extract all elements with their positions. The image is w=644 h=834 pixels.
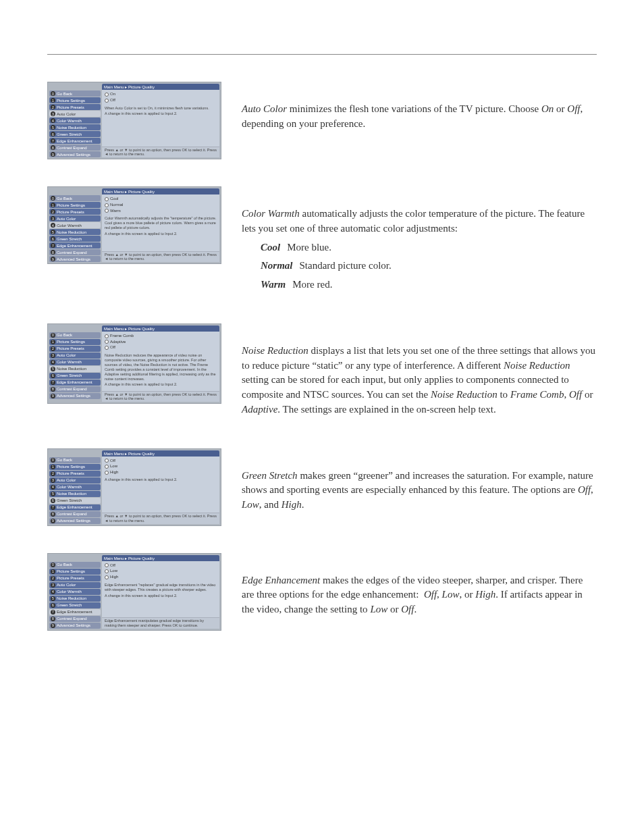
sidebar-item[interactable]: 5Noise Reduction [49,596,101,602]
sidebar-item[interactable]: 8Contrast Expand [49,511,101,517]
detail-panel: Main Menu ▸ Picture QualityOffLowHighA c… [102,450,219,524]
sidebar-item[interactable]: 0Go Back [49,90,101,97]
description-text: Green Stretch makes green “greener” and … [242,469,597,513]
sidebar-item[interactable]: 9Advanced Settings [49,256,101,262]
sidebar-item-label: Green Stretch [57,132,82,136]
sidebar-item[interactable]: 7Edge Enhancement [49,242,101,249]
sidebar-item[interactable]: 0Go Back [49,332,101,338]
definition-item: NormalStandard picture color. [261,259,597,273]
panel-note: Noise Reduction reduces the appearance o… [105,353,217,381]
sidebar-item[interactable]: 7Edge Enhancement [49,380,101,386]
sidebar-item[interactable]: 6Green Stretch [49,602,101,608]
sidebar-item[interactable]: 4Color Warmth [49,359,101,365]
description: Color Warmth automatically adjusts the c… [242,186,597,296]
sidebar-item[interactable]: 3Auto Color [49,111,101,117]
option-row[interactable]: Warm [105,209,217,214]
sidebar-item[interactable]: 9Advanced Settings [49,151,101,157]
option-row[interactable]: Low [105,464,217,469]
sidebar-item[interactable]: 5Noise Reduction [49,491,101,497]
sidebar-item-number: 3 [51,583,55,588]
sidebar-item[interactable]: 6Green Stretch [49,498,101,504]
sidebar-item[interactable]: 8Contrast Expand [49,145,101,151]
sidebar-item[interactable]: 3Auto Color [49,477,101,484]
sidebar-item[interactable]: 1Picture Settings [49,339,101,345]
option-row[interactable]: High [105,470,217,475]
menu-sidebar: 0Go Back1Picture Settings2Picture Preset… [49,555,101,629]
sidebar-item[interactable]: 4Color Warmth [49,589,101,595]
sidebar-item[interactable]: 1Picture Settings [49,569,101,575]
sidebar-item[interactable]: 5Noise Reduction [49,366,101,372]
sidebar-item[interactable]: 3Auto Color [49,582,101,588]
option-row[interactable]: High [105,575,217,580]
radio-icon [105,563,109,567]
sidebar-item-number: 2 [51,576,55,581]
sidebar-item[interactable]: 2Picture Presets [49,104,101,110]
sidebar-item-label: Picture Settings [57,99,85,103]
sidebar-item-label: Noise Reduction [57,596,86,600]
sidebar-item[interactable]: 6Green Stretch [49,236,101,242]
option-label: Warm [110,209,121,214]
sidebar-item[interactable]: 1Picture Settings [49,202,101,208]
radio-icon [105,575,109,579]
sidebar-item[interactable]: 4Color Warmth [49,118,101,124]
sidebar-item[interactable]: 0Go Back [49,457,101,463]
sidebar-item-number: 9 [51,623,55,628]
sidebar-item[interactable]: 5Noise Reduction [49,124,101,130]
breadcrumb: Main Menu ▸ Picture Quality [102,325,219,332]
sidebar-item[interactable]: 3Auto Color [49,215,101,221]
option-row[interactable]: Frame Comb [105,334,217,339]
section: 0Go Back1Picture Settings2Picture Preset… [47,82,597,159]
option-row[interactable]: Off [105,563,217,569]
option-row[interactable]: Low [105,569,217,574]
sidebar-item[interactable]: 8Contrast Expand [49,386,101,392]
sidebar-item[interactable]: 4Color Warmth [49,484,101,490]
applied-text: A change in this screen is applied to In… [105,592,217,600]
option-row[interactable]: Off [105,98,217,103]
sidebar-item-label: Auto Color [57,353,76,357]
sidebar-item[interactable]: 0Go Back [49,195,101,201]
sidebar-item-number: 8 [51,512,55,517]
sidebar-item-label: Auto Color [57,478,76,482]
sidebar-item-label: Edge Enhancement [57,610,92,614]
sidebar-item[interactable]: 6Green Stretch [49,373,101,379]
sidebar-item[interactable]: 1Picture Settings [49,464,101,470]
sidebar-item[interactable]: 9Advanced Settings [49,393,101,399]
detail-panel: Main Menu ▸ Picture QualityOffLowHighEdg… [102,555,219,629]
sidebar-item-label: Go Back [57,458,72,462]
sidebar-item[interactable]: 9Advanced Settings [49,518,101,524]
menu-screenshot: 0Go Back1Picture Settings2Picture Preset… [47,323,221,404]
option-row[interactable]: On [105,92,217,97]
sidebar-item[interactable]: 2Picture Presets [49,209,101,215]
sidebar-item-number: 7 [51,505,55,510]
option-row[interactable]: Cool [105,197,217,202]
sidebar-item[interactable]: 9Advanced Settings [49,623,101,629]
sidebar-item[interactable]: 2Picture Presets [49,346,101,352]
sidebar-item[interactable]: 7Edge Enhancement [49,138,101,144]
sidebar-item[interactable]: 2Picture Presets [49,471,101,477]
sidebar-item[interactable]: 5Noise Reduction [49,229,101,235]
sidebar-item-number: 3 [51,478,55,483]
sidebar-item[interactable]: 1Picture Settings [49,97,101,103]
sidebar-item-label: Contrast Expand [57,251,87,255]
sidebar-item[interactable]: 4Color Warmth [49,222,101,228]
option-label: High [110,470,118,475]
sidebar-item[interactable]: 7Edge Enhancement [49,504,101,511]
sidebar-item[interactable]: 6Green Stretch [49,131,101,137]
description-text: Noise Reduction displays a list that let… [242,344,597,417]
radio-icon [105,346,109,350]
option-row[interactable]: Off [105,345,217,350]
menu-sidebar: 0Go Back1Picture Settings2Picture Preset… [49,450,101,524]
option-row[interactable]: Normal [105,203,217,208]
sidebar-item[interactable]: 2Picture Presets [49,575,101,581]
option-row[interactable]: Off [105,459,217,464]
detail-panel: Main Menu ▸ Picture QualityFrame CombAda… [102,325,219,402]
sidebar-item[interactable]: 8Contrast Expand [49,616,101,622]
description-text: Auto Color minimizes the flesh tone vari… [242,102,597,132]
sidebar-item-number: 5 [51,230,55,234]
sidebar-item[interactable]: 0Go Back [49,562,101,568]
sidebar-item-number: 1 [51,465,55,469]
sidebar-item[interactable]: 7Edge Enhancement [49,609,101,615]
sidebar-item[interactable]: 3Auto Color [49,353,101,359]
sidebar-item[interactable]: 8Contrast Expand [49,249,101,255]
option-row[interactable]: Adaptive [105,340,217,345]
